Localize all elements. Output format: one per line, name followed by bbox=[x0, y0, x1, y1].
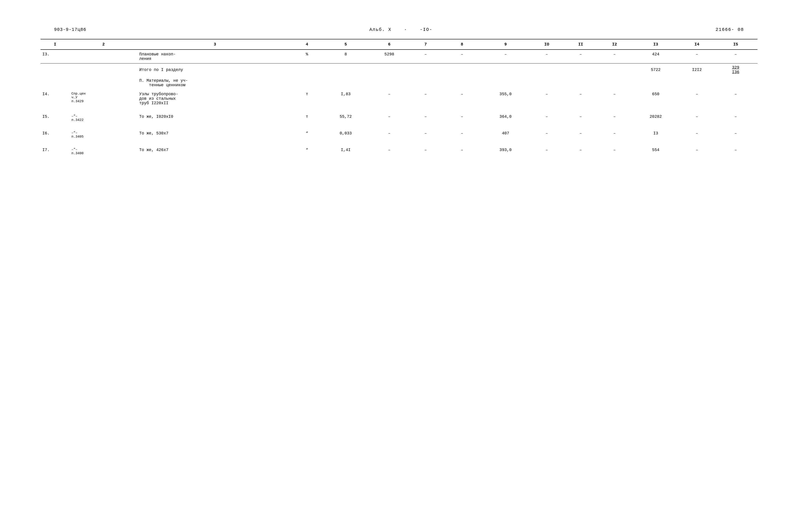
col-header-11: II bbox=[564, 39, 598, 50]
subtotal-ref bbox=[70, 63, 137, 76]
col-header-2: 2 bbox=[70, 39, 137, 50]
col-header-6: 6 bbox=[370, 39, 409, 50]
row-col7-i3: – bbox=[409, 50, 443, 63]
header-dot: · bbox=[404, 27, 407, 32]
table-row: I7. –"–п.3400 То же, 426x7 “ I,4I – – – … bbox=[40, 146, 758, 157]
row-ref-i7: –"–п.3400 bbox=[70, 146, 137, 157]
subtotal-col11 bbox=[564, 63, 598, 76]
row-id-i7: I7. bbox=[40, 146, 70, 157]
row-col5-i7: I,4I bbox=[321, 146, 370, 157]
row-col11-i4: – bbox=[564, 90, 598, 108]
row-unit-i5: т bbox=[292, 112, 321, 124]
row-col15-i3: – bbox=[714, 50, 758, 63]
spacer-row bbox=[40, 141, 758, 146]
section-title: П. Материалы, не уч- тенные ценником bbox=[137, 76, 758, 90]
col-header-4: 4 bbox=[292, 39, 321, 50]
main-table-container: I 2 3 4 5 6 7 8 9 IO II I2 I3 I4 I5 I3. bbox=[40, 39, 758, 157]
row-col12-i4: – bbox=[597, 90, 632, 108]
row-col9-i4: 355,0 bbox=[481, 90, 530, 108]
row-col10-i7: – bbox=[530, 146, 564, 157]
row-col9-i6: 407 bbox=[481, 129, 530, 141]
row-id-i4: I4. bbox=[40, 90, 70, 108]
row-ref-i5: –"–п.3422 bbox=[70, 112, 137, 124]
section-title-row: П. Материалы, не уч- тенные ценником bbox=[40, 76, 758, 90]
col-header-8: 8 bbox=[443, 39, 481, 50]
row-col14-i4: – bbox=[680, 90, 714, 108]
col-header-9: 9 bbox=[481, 39, 530, 50]
col-header-3: 3 bbox=[137, 39, 292, 50]
table-row: I5. –"–п.3422 То же, I020xI0 т 55,72 – –… bbox=[40, 112, 758, 124]
row-unit-i4: т bbox=[292, 90, 321, 108]
row-col10-i3: – bbox=[530, 50, 564, 63]
subtotal-unit bbox=[292, 63, 321, 76]
col-header-7: 7 bbox=[409, 39, 443, 50]
row-col6-i4: – bbox=[370, 90, 409, 108]
row-ref-i4: Спр.ценч.Уп.3429 bbox=[70, 90, 137, 108]
row-col7-i4: – bbox=[409, 90, 443, 108]
row-desc-i7: То же, 426x7 bbox=[137, 146, 292, 157]
data-table: I 2 3 4 5 6 7 8 9 IO II I2 I3 I4 I5 I3. bbox=[40, 39, 758, 157]
row-col6-i6: – bbox=[370, 129, 409, 141]
row-col5-i5: 55,72 bbox=[321, 112, 370, 124]
row-col8-i6: – bbox=[443, 129, 481, 141]
row-col6-i3: 5298 bbox=[370, 50, 409, 63]
row-col6-i5: – bbox=[370, 112, 409, 124]
page-header: 903-9-17ц86 Альб. X · -IO- 21666- 08 bbox=[40, 27, 758, 32]
row-col12-i7: – bbox=[597, 146, 632, 157]
col-header-1: I bbox=[40, 39, 70, 50]
row-col9-i3: – bbox=[481, 50, 530, 63]
row-col5-i4: I,83 bbox=[321, 90, 370, 108]
header-alb: Альб. X bbox=[369, 27, 391, 32]
table-row: I6. –"–п.3405 То же, 530x7 “ 0,033 – – –… bbox=[40, 129, 758, 141]
row-col8-i7: – bbox=[443, 146, 481, 157]
row-col10-i6: – bbox=[530, 129, 564, 141]
col-header-14: I4 bbox=[680, 39, 714, 50]
subtotal-col12 bbox=[597, 63, 632, 76]
row-ref-i3 bbox=[70, 50, 137, 63]
subtotal-col8 bbox=[443, 63, 481, 76]
row-col12-i6: – bbox=[597, 129, 632, 141]
row-col15-i4: – bbox=[714, 90, 758, 108]
row-col13-i7: 554 bbox=[632, 146, 680, 157]
row-col5-i3: 8 bbox=[321, 50, 370, 63]
subtotal-col6 bbox=[370, 63, 409, 76]
subtotal-col7 bbox=[409, 63, 443, 76]
header-right-num: 21666- 08 bbox=[716, 27, 744, 32]
row-col13-i6: I3 bbox=[632, 129, 680, 141]
row-col11-i5: – bbox=[564, 112, 598, 124]
subtotal-col15: 329I36 bbox=[714, 63, 758, 76]
row-col7-i7: – bbox=[409, 146, 443, 157]
row-col10-i5: – bbox=[530, 112, 564, 124]
spacer-row bbox=[40, 124, 758, 129]
row-col11-i3: – bbox=[564, 50, 598, 63]
table-row: I4. Спр.ценч.Уп.3429 Узлы трубопрово-дов… bbox=[40, 90, 758, 108]
row-col15-i6: – bbox=[714, 129, 758, 141]
row-unit-i6: “ bbox=[292, 129, 321, 141]
col-header-5: 5 bbox=[321, 39, 370, 50]
table-row: I3. Плановые накоп-ления % 8 5298 – – – … bbox=[40, 50, 758, 63]
row-col14-i7: – bbox=[680, 146, 714, 157]
row-id-i6: I6. bbox=[40, 129, 70, 141]
row-col15-i7: – bbox=[714, 146, 758, 157]
row-col13-i3: 424 bbox=[632, 50, 680, 63]
row-col6-i7: – bbox=[370, 146, 409, 157]
row-unit-i3: % bbox=[292, 50, 321, 63]
table-row-subtotal: Итого по I разделу 5722 I2I2 329I36 bbox=[40, 63, 758, 76]
section-title-spacer bbox=[40, 76, 137, 90]
subtotal-col13: 5722 bbox=[632, 63, 680, 76]
row-ref-i6: –"–п.3405 bbox=[70, 129, 137, 141]
row-col12-i3: – bbox=[597, 50, 632, 63]
col-header-13: I3 bbox=[632, 39, 680, 50]
header-doc-number: 903-9-17ц86 bbox=[54, 27, 86, 32]
col-header-10: IO bbox=[530, 39, 564, 50]
subtotal-desc: Итого по I разделу bbox=[137, 63, 292, 76]
row-col14-i5: – bbox=[680, 112, 714, 124]
row-col13-i4: 650 bbox=[632, 90, 680, 108]
row-col15-i5: – bbox=[714, 112, 758, 124]
subtotal-col9 bbox=[481, 63, 530, 76]
row-id-i5: I5. bbox=[40, 112, 70, 124]
row-desc-i4: Узлы трубопрово-дов из стальныхтруб I220… bbox=[137, 90, 292, 108]
row-desc-i3: Плановые накоп-ления bbox=[137, 50, 292, 63]
spacer-row bbox=[40, 108, 758, 112]
row-col5-i6: 0,033 bbox=[321, 129, 370, 141]
